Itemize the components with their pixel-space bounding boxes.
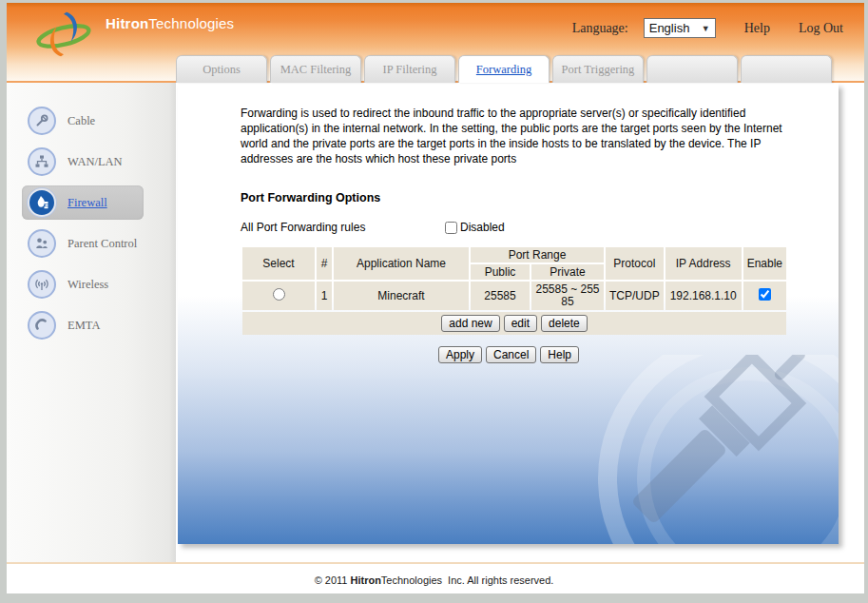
col-header-private: Private	[531, 264, 604, 280]
cable-icon	[28, 107, 56, 135]
help-link[interactable]: Help	[744, 21, 770, 36]
footer: © 2011HitronTechnologiesInc. All rights …	[7, 562, 864, 593]
help-button[interactable]: Help	[540, 346, 579, 363]
tab-forwarding[interactable]: Forwarding	[458, 55, 550, 83]
tab-ip-filtering[interactable]: IP Filtering	[364, 55, 455, 83]
router-admin-page: HitronTechnologies Language: English ▼ H…	[7, 3, 864, 593]
col-header-number: #	[317, 247, 332, 280]
tab-options[interactable]: Options	[176, 55, 267, 83]
table-button-row: add neweditdelete	[242, 312, 786, 335]
all-rules-row: All Port Forwarding rules Disabled	[241, 221, 791, 234]
wan-lan-icon	[28, 147, 56, 176]
rule-enable-checkbox[interactable]	[759, 288, 771, 301]
rule-application-name: Minecraft	[334, 282, 469, 310]
brand-text: HitronTechnologies	[106, 15, 234, 31]
sidebar-item-wan-lan[interactable]: WAN/LAN	[22, 145, 144, 179]
rule-private-port: 25585 ~ 25585	[531, 282, 604, 310]
col-header-select: Select	[242, 247, 315, 280]
apply-button[interactable]: Apply	[438, 346, 482, 363]
all-rules-label: All Port Forwarding rules	[241, 221, 445, 234]
body: Cable WAN/LAN	[7, 83, 864, 562]
col-header-port-range: Port Range	[471, 247, 604, 263]
edit-button[interactable]: edit	[504, 315, 537, 332]
disabled-label: Disabled	[460, 221, 505, 234]
tab-mac-filtering[interactable]: MAC Filtering	[270, 55, 361, 83]
footer-brand: HitronTechnologies	[350, 574, 445, 586]
add-new-button[interactable]: add new	[441, 315, 499, 332]
chevron-down-icon: ▼	[702, 24, 710, 33]
col-header-public: Public	[471, 264, 530, 280]
header: HitronTechnologies Language: English ▼ H…	[7, 3, 864, 83]
plug-watermark-icon	[525, 355, 839, 544]
copyright-prefix: © 2011	[315, 574, 348, 586]
logo: HitronTechnologies	[33, 10, 234, 62]
section-title: Port Forwarding Options	[241, 191, 791, 204]
content-panel: Forwarding is used to redirect the inbou…	[178, 84, 839, 544]
col-header-application-name: Application Name	[334, 247, 469, 280]
cancel-button[interactable]: Cancel	[486, 346, 536, 363]
rule-number: 1	[317, 282, 332, 310]
rule-select-radio[interactable]	[273, 288, 285, 301]
logout-link[interactable]: Log Out	[799, 21, 843, 36]
tab-empty-2	[741, 55, 832, 83]
sidebar-item-emta[interactable]: EMTA	[22, 308, 144, 342]
action-buttons: ApplyCancelHelp	[241, 345, 777, 363]
table-row: 1 Minecraft 25585 25585 ~ 25585 TCP/UDP …	[242, 282, 786, 310]
hitron-logo-icon	[33, 10, 94, 62]
firewall-icon	[28, 188, 56, 217]
wireless-icon	[28, 270, 56, 299]
rule-ip-address: 192.168.1.10	[665, 282, 742, 310]
language-selected-value: English	[649, 21, 690, 35]
parent-control-icon	[28, 229, 56, 258]
sidebar-item-cable[interactable]: Cable	[22, 104, 144, 138]
sidebar-item-wireless[interactable]: Wireless	[22, 267, 144, 302]
sidebar: Cable WAN/LAN	[7, 83, 176, 562]
disabled-checkbox[interactable]	[445, 222, 457, 234]
tab-bar: Options MAC Filtering IP Filtering Forwa…	[176, 55, 832, 83]
window-frame: HitronTechnologies Language: English ▼ H…	[0, 0, 868, 603]
delete-button[interactable]: delete	[541, 315, 588, 332]
header-controls: Language: English ▼ Help Log Out	[572, 18, 843, 38]
rule-protocol: TCP/UDP	[606, 282, 664, 310]
forwarding-description: Forwarding is used to redirect the inbou…	[241, 106, 794, 166]
rule-public-port: 25585	[471, 282, 530, 310]
port-forwarding-table: Select # Application Name Port Range Pro…	[241, 245, 788, 337]
language-select[interactable]: English ▼	[644, 18, 716, 38]
language-label: Language:	[572, 21, 628, 36]
tab-empty-1	[646, 55, 738, 83]
sidebar-item-firewall[interactable]: Firewall	[22, 185, 144, 220]
sidebar-item-parent-control[interactable]: Parent Control	[22, 226, 144, 261]
tab-port-triggering[interactable]: Port Triggering	[552, 55, 644, 83]
col-header-ip-address: IP Address	[665, 247, 742, 280]
copyright-suffix: Inc. All rights reserved.	[448, 574, 553, 586]
col-header-protocol: Protocol	[606, 247, 664, 280]
emta-icon	[28, 311, 56, 340]
col-header-enable: Enable	[743, 247, 786, 280]
